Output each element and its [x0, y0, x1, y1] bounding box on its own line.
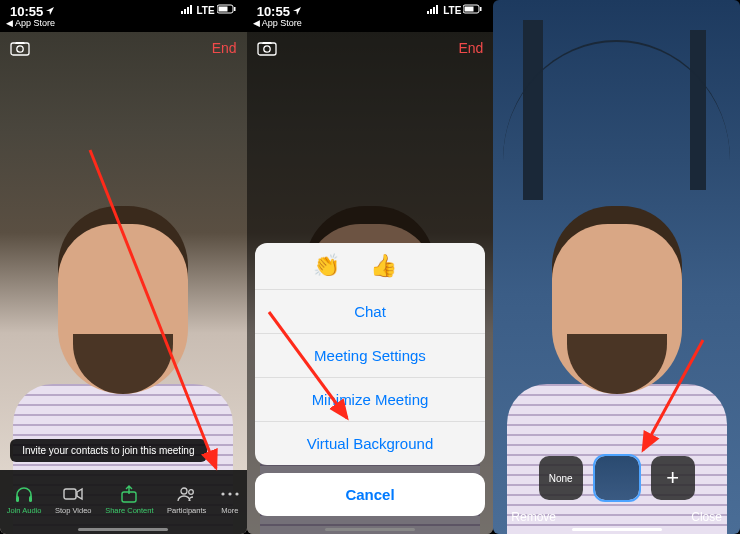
network-label: LTE [197, 5, 215, 16]
battery-icon [217, 4, 237, 16]
cancel-button[interactable]: Cancel [255, 473, 486, 516]
end-meeting-button[interactable]: End [212, 40, 237, 56]
svg-rect-10 [29, 496, 32, 502]
network-label: LTE [443, 5, 461, 16]
svg-rect-3 [190, 5, 192, 14]
video-icon [63, 484, 83, 504]
svg-point-8 [17, 46, 23, 52]
switch-camera-icon[interactable] [10, 40, 30, 56]
svg-rect-7 [11, 43, 29, 55]
participants-icon [176, 484, 198, 504]
signal-bars-icon [181, 5, 195, 16]
svg-point-17 [235, 492, 238, 495]
participants-button[interactable]: Participants [167, 484, 206, 515]
signal-bars-icon [427, 5, 441, 16]
svg-rect-11 [64, 489, 76, 499]
minimize-meeting-option[interactable]: Minimize Meeting [255, 378, 486, 422]
svg-rect-21 [433, 7, 435, 14]
chat-option[interactable]: Chat [255, 290, 486, 334]
more-icon [220, 484, 240, 504]
home-indicator[interactable] [325, 528, 415, 531]
share-icon [120, 484, 138, 504]
meeting-toolbar: Join Audio Stop Video Share Content Part… [0, 470, 247, 534]
svg-rect-25 [480, 7, 482, 11]
status-time: 10:55 [257, 4, 290, 19]
more-button[interactable]: More [220, 484, 240, 515]
join-audio-button[interactable]: Join Audio [7, 484, 42, 515]
svg-point-15 [221, 492, 224, 495]
home-indicator[interactable] [572, 528, 662, 531]
zoom-meeting-panel-virtual-bg: None + Remove Close [493, 0, 740, 534]
home-indicator[interactable] [78, 528, 168, 531]
status-time: 10:55 [10, 4, 43, 19]
bg-thumb-none[interactable]: None [539, 456, 583, 500]
svg-rect-19 [427, 11, 429, 14]
bg-thumb-bridge[interactable] [595, 456, 639, 500]
virtual-bg-picker: None + Remove Close [493, 442, 740, 534]
svg-rect-9 [16, 496, 19, 502]
thumbs-up-reaction[interactable]: 👍 [370, 253, 427, 278]
switch-camera-icon[interactable] [257, 40, 277, 56]
more-action-sheet: 👏👍 Chat Meeting Settings Minimize Meetin… [255, 243, 486, 516]
svg-point-16 [228, 492, 231, 495]
svg-rect-0 [181, 11, 183, 14]
svg-point-27 [263, 46, 269, 52]
svg-rect-1 [184, 9, 186, 14]
meeting-top-bar: End [247, 34, 494, 62]
reactions-row: 👏👍 [255, 243, 486, 290]
svg-rect-24 [465, 7, 474, 12]
back-to-appstore[interactable]: ◀ App Store [253, 18, 302, 28]
zoom-meeting-panel-main: 10:55 LTE ◀ App Store End [0, 0, 247, 534]
battery-icon [463, 4, 483, 16]
meeting-top-bar: End [0, 34, 247, 62]
svg-rect-26 [258, 43, 276, 55]
close-picker-button[interactable]: Close [691, 510, 722, 524]
bg-thumb-add[interactable]: + [651, 456, 695, 500]
share-content-button[interactable]: Share Content [105, 484, 153, 515]
clap-reaction[interactable]: 👏 [313, 253, 370, 278]
invite-tooltip: Invite your contacts to join this meetin… [10, 439, 207, 462]
back-to-appstore[interactable]: ◀ App Store [6, 18, 55, 28]
meeting-settings-option[interactable]: Meeting Settings [255, 334, 486, 378]
svg-rect-2 [187, 7, 189, 14]
svg-rect-22 [436, 5, 438, 14]
virtual-background-option[interactable]: Virtual Background [255, 422, 486, 465]
stop-video-button[interactable]: Stop Video [55, 484, 92, 515]
headphones-icon [14, 484, 34, 504]
svg-rect-6 [234, 7, 236, 11]
location-icon [45, 5, 55, 19]
zoom-meeting-panel-more-menu: 10:55 LTE ◀ App Store End 👏👍 Chat [247, 0, 494, 534]
location-icon [292, 5, 302, 19]
remove-bg-button[interactable]: Remove [511, 510, 556, 524]
end-meeting-button[interactable]: End [458, 40, 483, 56]
svg-rect-20 [430, 9, 432, 14]
svg-point-14 [188, 489, 193, 494]
svg-rect-5 [218, 7, 227, 12]
svg-point-13 [181, 488, 187, 494]
